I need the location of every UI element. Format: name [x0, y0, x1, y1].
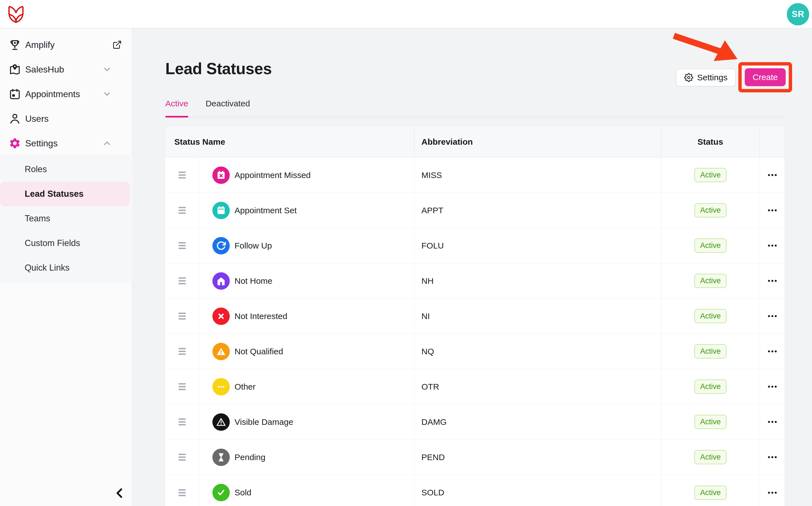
status-calendar-icon: [212, 202, 230, 219]
abbreviation-cell: FOLU: [421, 241, 444, 250]
row-menu-button[interactable]: [760, 369, 785, 404]
user-avatar[interactable]: SR: [787, 3, 809, 25]
status-warning-filled-icon: [212, 343, 230, 360]
drag-handle-icon[interactable]: [165, 263, 199, 298]
drag-handle-icon[interactable]: [165, 334, 199, 369]
status-badge: Active: [694, 203, 727, 218]
status-badge: Active: [694, 380, 727, 394]
sidebar-item-users[interactable]: Users: [0, 106, 132, 131]
ellipsis-icon: [768, 245, 777, 247]
table-header-row: Status Name Abbreviation Status: [165, 127, 785, 158]
sidebar-item-label: Amplify: [25, 40, 55, 50]
row-menu-button[interactable]: [760, 299, 785, 334]
sidebar-item-label: Users: [25, 114, 49, 124]
table-row: Visible Damage DAMG Active: [165, 404, 785, 440]
column-header-actions: [760, 127, 785, 157]
row-menu-button[interactable]: [760, 228, 785, 263]
sidebar-collapse-button[interactable]: [112, 485, 127, 501]
ellipsis-icon: [768, 209, 777, 211]
table-row: Appointment Set APPT Active: [165, 193, 785, 228]
sidebar-item-settings[interactable]: Settings: [0, 131, 132, 156]
drag-handle-icon[interactable]: [165, 299, 199, 334]
sidebar-item-label: SalesHub: [25, 64, 64, 75]
status-name-cell: Not Home: [234, 276, 272, 286]
row-menu-button[interactable]: [760, 158, 785, 192]
ellipsis-icon: [768, 386, 777, 388]
external-link-icon[interactable]: [112, 40, 122, 50]
status-dots-icon: [212, 378, 230, 396]
row-menu-button[interactable]: [760, 475, 785, 506]
sidebar-subitem-roles[interactable]: Roles: [0, 157, 133, 182]
status-calendar-x-icon: [212, 167, 230, 184]
status-name-cell: Appointment Set: [234, 206, 297, 215]
ellipsis-icon: [768, 315, 777, 317]
create-button[interactable]: Create: [745, 68, 786, 86]
tab-bar: Active Deactivated: [165, 98, 250, 117]
sidebar-subitem-lead-statuses[interactable]: Lead Statuses: [0, 182, 130, 206]
tab-deactivated[interactable]: Deactivated: [206, 98, 250, 117]
row-menu-button[interactable]: [760, 334, 785, 369]
row-menu-button[interactable]: [760, 440, 785, 475]
chevron-down-icon: [102, 65, 112, 74]
drag-handle-icon[interactable]: [165, 158, 199, 192]
table-row: Appointment Missed MISS Active: [165, 158, 785, 193]
chevron-down-icon: [102, 89, 112, 99]
status-name-cell: Other: [234, 382, 256, 392]
sidebar-item-saleshub[interactable]: SalesHub: [0, 57, 132, 82]
settings-submenu: RolesLead StatusesTeamsCustom FieldsQuic…: [0, 155, 133, 282]
status-badge: Active: [694, 415, 727, 429]
trophy-icon: [8, 38, 21, 51]
status-check-icon: [212, 484, 230, 501]
table-row: Not Interested NI Active: [165, 299, 785, 334]
sidebar-nav: Amplify SalesHub Appointments Users Sett…: [0, 28, 132, 156]
drag-handle-icon[interactable]: [165, 193, 199, 228]
status-name-cell: Visible Damage: [234, 417, 293, 427]
sidebar: Amplify SalesHub Appointments Users Sett…: [0, 28, 133, 506]
row-menu-button[interactable]: [760, 193, 785, 228]
status-badge: Active: [694, 239, 727, 253]
user-icon: [8, 112, 21, 125]
table-row: Not Home NH Active: [165, 263, 785, 299]
table-row: Pending PEND Active: [165, 440, 785, 475]
status-home-icon: [212, 272, 230, 290]
abbreviation-cell: PEND: [421, 452, 445, 462]
abbreviation-cell: NI: [421, 312, 430, 321]
app-logo-icon[interactable]: [7, 5, 25, 23]
tab-active[interactable]: Active: [165, 98, 188, 117]
abbreviation-cell: APPT: [421, 206, 443, 215]
ellipsis-icon: [768, 492, 777, 494]
sidebar-subitem-custom-fields[interactable]: Custom Fields: [0, 231, 133, 256]
sidebar-subitem-quick-links[interactable]: Quick Links: [0, 256, 133, 280]
column-header-abbreviation: Abbreviation: [415, 127, 661, 157]
sidebar-item-amplify[interactable]: Amplify: [0, 32, 132, 57]
status-badge: Active: [694, 450, 727, 464]
drag-handle-icon[interactable]: [165, 440, 199, 475]
drag-handle-icon[interactable]: [165, 475, 199, 506]
ellipsis-icon: [768, 456, 777, 458]
table-row: Sold SOLD Active: [165, 475, 785, 506]
status-badge: Active: [694, 486, 727, 500]
sidebar-item-label: Settings: [25, 138, 58, 149]
sidebar-item-label: Appointments: [25, 89, 80, 99]
drag-handle-icon[interactable]: [165, 228, 199, 263]
drag-handle-icon[interactable]: [165, 404, 199, 439]
settings-button[interactable]: Settings: [676, 69, 736, 86]
row-menu-button[interactable]: [760, 404, 785, 439]
table-row: Other OTR Active: [165, 369, 785, 404]
column-header-status-name: Status Name: [165, 127, 415, 157]
status-name-cell: Follow Up: [234, 241, 272, 250]
column-header-status: Status: [661, 127, 760, 157]
drag-handle-icon[interactable]: [165, 369, 199, 404]
row-menu-button[interactable]: [760, 263, 785, 298]
calendar-icon: [8, 88, 21, 100]
status-name-cell: Sold: [234, 488, 251, 497]
abbreviation-cell: NQ: [421, 347, 434, 356]
status-badge: Active: [694, 274, 727, 288]
ellipsis-icon: [768, 280, 777, 282]
ellipsis-icon: [768, 350, 777, 352]
sidebar-item-appointments[interactable]: Appointments: [0, 82, 132, 106]
page-title: Lead Statuses: [165, 59, 272, 78]
gear-icon: [8, 137, 21, 150]
ellipsis-icon: [768, 421, 777, 423]
sidebar-subitem-teams[interactable]: Teams: [0, 206, 133, 231]
